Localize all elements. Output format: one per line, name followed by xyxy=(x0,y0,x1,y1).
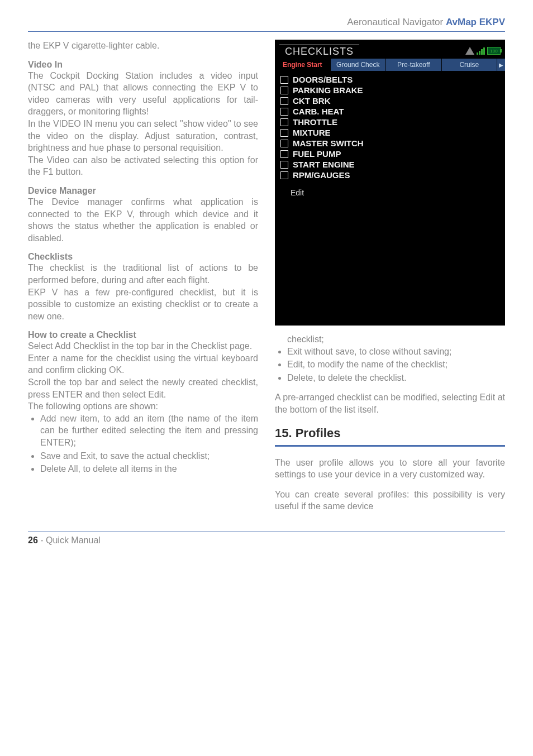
checklist-row[interactable]: CARB. HEAT xyxy=(280,106,499,117)
checklist-label: CARB. HEAT xyxy=(293,107,344,116)
tab-bar: Engine Start Ground Check Pre-takeoff Cr… xyxy=(275,59,505,71)
checkbox-icon[interactable] xyxy=(280,161,288,169)
battery-icon: 100 xyxy=(487,47,501,55)
list-item: Save and Exit, to save the actual checkl… xyxy=(40,450,258,462)
video-in-heading: Video In xyxy=(28,60,258,70)
checkbox-icon[interactable] xyxy=(280,97,288,105)
video-in-p1: The Cockpit Docking Station includes a v… xyxy=(28,70,258,118)
checkbox-icon[interactable] xyxy=(280,150,288,158)
howto-p4: The following options are shown: xyxy=(28,400,258,413)
list-item: Add new item, to add an item (the name o… xyxy=(40,413,258,449)
brand-name: AvMap EKPV xyxy=(446,17,505,27)
cont-list: Exit without save, to close without savi… xyxy=(275,346,505,384)
howto-p2: Enter a name for the checklist using the… xyxy=(28,352,258,376)
right-column: CHECKLISTS 100 Engine Start Ground Check… xyxy=(275,40,505,520)
device-manager-p: The Device manager confirms what applica… xyxy=(28,196,258,244)
list-item: Delete, to delete the checklist. xyxy=(287,372,505,384)
checklist-screenshot: CHECKLISTS 100 Engine Start Ground Check… xyxy=(275,40,505,326)
checkbox-icon[interactable] xyxy=(280,140,288,147)
checkbox-icon[interactable] xyxy=(280,129,288,137)
howto-list: Add new item, to add an item (the name o… xyxy=(28,413,258,475)
checklist-label: THROTTLE xyxy=(293,117,337,127)
page-number: 26 xyxy=(28,535,38,545)
satellite-icon xyxy=(465,47,474,55)
howto-heading: How to create a Checklist xyxy=(28,330,258,340)
checklist-label: CKT BRK xyxy=(293,96,331,106)
checklist-label: FUEL PUMP xyxy=(293,149,341,159)
checklist-label: MIXTURE xyxy=(293,128,331,137)
checklist-row[interactable]: START ENGINE xyxy=(280,159,499,170)
checkbox-icon[interactable] xyxy=(280,171,288,179)
cont-first: checklist; xyxy=(287,333,505,346)
page-footer: 26 - Quick Manual xyxy=(28,532,505,546)
screenshot-title: CHECKLISTS xyxy=(279,44,359,58)
profiles-p2: You can create several profiles: this po… xyxy=(275,489,505,513)
checklist-row[interactable]: PARKING BRAKE xyxy=(280,85,499,95)
checklist-row[interactable]: CKT BRK xyxy=(280,95,499,106)
checkbox-icon[interactable] xyxy=(280,108,288,116)
tab-ground-check[interactable]: Ground Check xyxy=(331,59,387,71)
footer-label: - Quick Manual xyxy=(38,535,101,545)
checkbox-icon[interactable] xyxy=(280,118,288,126)
edit-button[interactable]: Edit xyxy=(291,188,499,197)
checklists-p1: The checklist is the traditional list of… xyxy=(28,262,258,286)
checklist-row[interactable]: DOORS/BELTS xyxy=(280,74,499,85)
checklist-row[interactable]: FUEL PUMP xyxy=(280,149,499,159)
left-column: the EKP V cigarette-lighter cable. Video… xyxy=(28,40,258,520)
video-in-p3: The Video can also be activated selectin… xyxy=(28,154,258,178)
checklist-row[interactable]: MIXTURE xyxy=(280,127,499,138)
checkbox-icon[interactable] xyxy=(280,87,288,94)
checklist-label: PARKING BRAKE xyxy=(293,85,363,95)
tab-pre-takeoff[interactable]: Pre-takeoff xyxy=(386,59,442,71)
list-item: Exit without save, to close without savi… xyxy=(287,346,505,358)
checklist-label: RPM/GAUGES xyxy=(293,170,350,180)
mod-p: A pre-arranged checklist can be modified… xyxy=(275,391,505,415)
checklist-items: DOORS/BELTS PARKING BRAKE CKT BRK CARB. … xyxy=(275,71,505,203)
tab-cruise[interactable]: Cruise xyxy=(442,59,498,71)
howto-p1: Select Add Checklist in the top bar in t… xyxy=(28,340,258,352)
list-item: Delete All, to delete all items in the xyxy=(40,463,258,475)
section-rule xyxy=(275,445,505,447)
signal-bars-icon xyxy=(477,47,485,55)
checkbox-icon[interactable] xyxy=(280,76,288,84)
howto-p3: Scroll the top bar and select the newly … xyxy=(28,376,258,400)
checklist-label: MASTER SWITCH xyxy=(293,138,364,148)
intro-cont: the EKP V cigarette-lighter cable. xyxy=(28,40,258,52)
profiles-p1: The user profile allows you to store all… xyxy=(275,457,505,481)
checklist-label: START ENGINE xyxy=(293,160,355,169)
tab-engine-start[interactable]: Engine Start xyxy=(275,59,331,71)
profiles-section-title: 15. Profiles xyxy=(275,426,505,441)
checklist-row[interactable]: RPM/GAUGES xyxy=(280,170,499,180)
checklist-row[interactable]: MASTER SWITCH xyxy=(280,138,499,149)
checklists-p2: EKP V has a few pre-configured checklist… xyxy=(28,286,258,323)
page-header: Aeronautical Navigator AvMap EKPV xyxy=(28,17,505,32)
status-bar: 100 xyxy=(465,47,501,55)
checklists-heading: Checklists xyxy=(28,252,258,262)
checklist-row[interactable]: THROTTLE xyxy=(280,117,499,127)
list-item: Edit, to modify the name of the checklis… xyxy=(287,358,505,371)
checklist-label: DOORS/BELTS xyxy=(293,75,353,84)
device-manager-heading: Device Manager xyxy=(28,186,258,196)
battery-level: 100 xyxy=(490,49,497,54)
tab-scroll-right-icon[interactable]: ▶ xyxy=(497,59,505,71)
product-name: Aeronautical Navigator xyxy=(347,17,446,27)
video-in-p2: In the VIDEO IN menu you can select "sho… xyxy=(28,118,258,154)
